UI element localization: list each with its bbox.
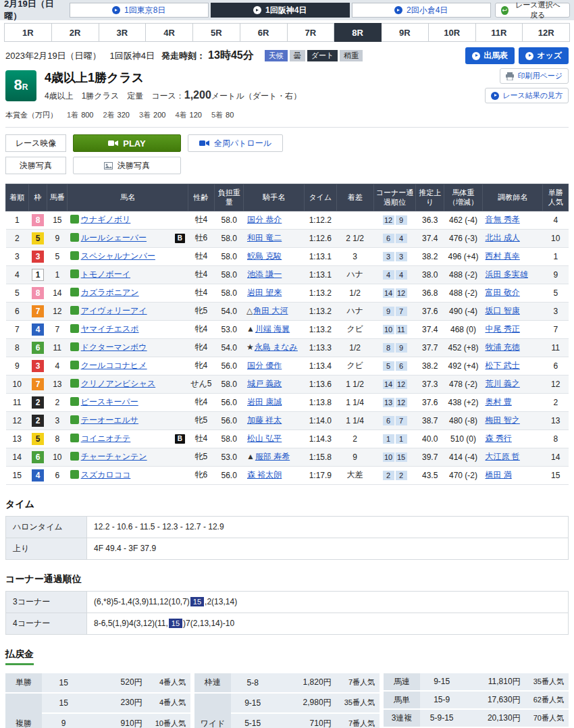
horse-name-link[interactable]: ピースキーパー: [81, 397, 138, 407]
body-weight: 492 (+4): [444, 357, 482, 375]
meeting-tab[interactable]: 1回東京8日: [70, 3, 209, 18]
body-weight: 488 (-2): [444, 284, 482, 302]
race-tab[interactable]: 2R: [52, 23, 99, 42]
jockey-link[interactable]: 城戸 義政: [247, 379, 282, 388]
race-tab[interactable]: 7R: [288, 23, 335, 42]
horse-name-link[interactable]: ウナギノボリ: [81, 215, 131, 224]
sex-age: せん5: [188, 375, 214, 393]
meeting-tab[interactable]: 2回小倉4日: [352, 3, 491, 18]
race-tab[interactable]: 1R: [4, 23, 52, 42]
jockey-link[interactable]: 川端 海翼: [255, 324, 290, 334]
trainer-link[interactable]: 富田 敬介: [485, 288, 519, 297]
corner-pos-3c: 13: [383, 398, 394, 407]
horse-name-link[interactable]: ドクターマンボウ: [81, 342, 147, 352]
last-3f: 40.0: [416, 430, 444, 448]
corner-table: 3コーナー (6,*8)5-1,4(3,9)11,12(10,7)15,2(13…: [5, 591, 569, 635]
patrol-video-button[interactable]: 全周パトロール: [188, 134, 283, 152]
meeting-tab[interactable]: 1回阪神4日: [211, 3, 350, 18]
horse-name-link[interactable]: トモノボーイ: [81, 269, 130, 279]
trainer-link[interactable]: 奥村 豊: [485, 397, 511, 407]
race-tab[interactable]: 11R: [476, 23, 523, 42]
finish-position: 8: [6, 338, 29, 357]
play-circle-icon: [491, 92, 499, 100]
horse-name-link[interactable]: テーオーエルサ: [81, 415, 138, 425]
corner-pos-4c: 15: [396, 452, 407, 462]
meeting-tab-label: 2回小倉4日: [407, 5, 448, 16]
prize-items: 1着8002着3203着2004着1205着80: [67, 110, 234, 120]
horse-number: 11: [47, 338, 68, 357]
entries-button[interactable]: 出馬表: [465, 47, 515, 64]
corner-label: 3コーナー: [6, 591, 87, 613]
trainer-link[interactable]: 北出 成人: [485, 233, 519, 242]
horse-name-link[interactable]: クールココナヒメ: [81, 361, 147, 370]
finish-position: 3: [6, 247, 29, 265]
trainer-link[interactable]: 梅田 智之: [485, 415, 519, 425]
odds-button[interactable]: オッズ: [519, 47, 569, 64]
horse-mark-icon: [70, 324, 79, 333]
column-header: 着差: [336, 184, 373, 211]
horse-mark-icon: [70, 361, 79, 369]
jockey-link[interactable]: 角田 大河: [253, 306, 288, 315]
last-3f: 36.3: [416, 211, 444, 229]
jockey-link[interactable]: 松山 弘平: [247, 434, 282, 443]
horse-name-link[interactable]: ヤマイチエスポ: [81, 324, 139, 334]
horse-name-link[interactable]: スズカロココ: [81, 470, 131, 479]
trainer-link[interactable]: 森 秀行: [485, 434, 511, 443]
trainer-link[interactable]: 坂口 智康: [485, 306, 519, 315]
trainer-link[interactable]: 音無 秀孝: [485, 215, 519, 224]
jockey-link[interactable]: 森 裕太朗: [247, 470, 282, 479]
trainer-link[interactable]: 牧浦 充徳: [485, 342, 519, 352]
jockey-cell: 加藤 祥太: [244, 411, 305, 430]
back-to-race-select-button[interactable]: レース選択へ戻る: [495, 3, 570, 18]
start-time-value: 13時45分: [208, 49, 254, 63]
course-distance: 1,200: [184, 89, 211, 101]
race-tab[interactable]: 6R: [240, 23, 288, 42]
jockey-link[interactable]: 和田 竜二: [247, 233, 282, 242]
horse-name-link[interactable]: チャーチャンテン: [81, 452, 147, 461]
frame-cell: 5: [28, 430, 47, 448]
trainer-link[interactable]: 大江原 哲: [485, 452, 519, 461]
horse-name-link[interactable]: スペシャルナンバー: [81, 251, 155, 261]
trainer-link[interactable]: 橋田 満: [485, 470, 511, 479]
trainer-link[interactable]: 西村 真幸: [485, 251, 519, 261]
video-camera-icon: [108, 140, 118, 147]
horse-name-link[interactable]: アイヴォリーアイ: [81, 306, 147, 315]
jockey-link[interactable]: 鮫島 克駿: [247, 251, 282, 261]
jockey-link[interactable]: 池添 謙一: [247, 269, 282, 279]
corner-pos-4c: 12: [396, 380, 407, 389]
finish-photo-button[interactable]: 決勝写真: [73, 157, 181, 174]
race-tab[interactable]: 8R: [334, 23, 382, 42]
race-time: 1:13.2: [304, 320, 336, 338]
jockey-link[interactable]: 服部 寿希: [255, 452, 290, 461]
payout-table: 馬連9-1511,810円35番人気馬単15-917,630円62番人気3連複5…: [384, 672, 569, 728]
race-tab[interactable]: 3R: [99, 23, 147, 42]
print-page-button[interactable]: 印刷用ページ: [500, 68, 569, 84]
horse-name-link[interactable]: コイニオチテ: [81, 434, 131, 443]
trainer-link[interactable]: 松下 武士: [485, 361, 519, 370]
results-guide-button[interactable]: レース結果の見方: [485, 88, 569, 103]
jockey-link[interactable]: 加藤 祥太: [247, 415, 282, 425]
jockey-link[interactable]: 国分 恭介: [247, 215, 282, 224]
horse-name-link[interactable]: クリノアンビシャス: [81, 379, 156, 388]
horse-name-link[interactable]: ルールシェーバー: [81, 233, 147, 242]
jockey-link[interactable]: 岩田 望来: [247, 288, 282, 297]
trainer-link[interactable]: 浜田 多実雄: [485, 269, 527, 279]
jockey-link[interactable]: 国分 優作: [247, 361, 282, 370]
race-tab[interactable]: 5R: [193, 23, 240, 42]
jockey-link[interactable]: 永島 まなみ: [255, 342, 298, 352]
play-button[interactable]: PLAY: [73, 134, 181, 152]
jockey-link[interactable]: 岩田 康誠: [247, 397, 282, 407]
horse-name-link[interactable]: カズラボニアン: [81, 288, 139, 297]
horse-name-cell: チャーチャンテン: [68, 448, 188, 466]
race-tab[interactable]: 9R: [382, 23, 429, 42]
trainer-link[interactable]: 中尾 秀正: [485, 324, 519, 334]
halon-time-label: ハロンタイム: [6, 516, 87, 538]
combination: 5-8: [231, 673, 274, 692]
race-tab[interactable]: 10R: [429, 23, 476, 42]
course-suffix: メートル（ダート・右）: [211, 91, 301, 101]
trainer-link[interactable]: 荒川 義之: [485, 379, 519, 388]
margin: ハナ: [336, 302, 373, 320]
patrol-camera-icon: [199, 140, 209, 147]
race-tab[interactable]: 4R: [146, 23, 193, 42]
race-tab[interactable]: 12R: [523, 23, 570, 42]
